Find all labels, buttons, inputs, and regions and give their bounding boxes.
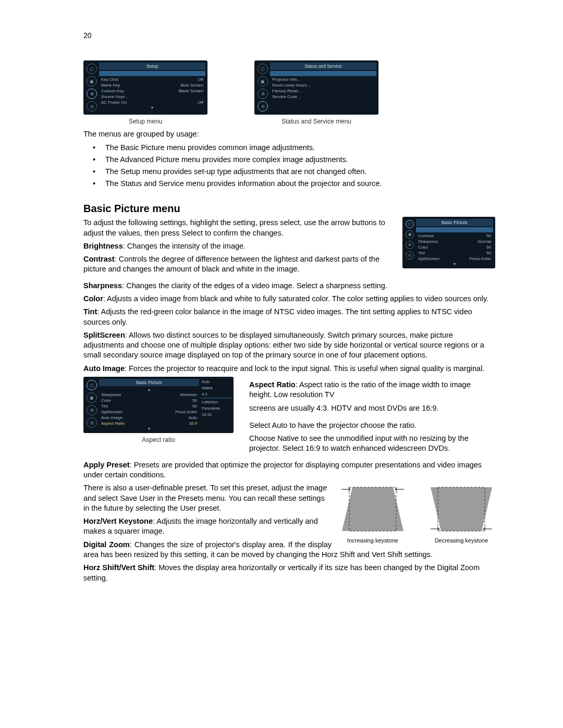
status-icon: ◎: [406, 251, 414, 260]
status-menu-image: ▢ ▣ ⚙ ◎ Status and Service Projector Inf…: [254, 60, 378, 115]
advanced-picture-icon: ▣: [87, 76, 97, 87]
advanced-picture-icon: ▣: [406, 230, 414, 239]
basic-picture-icon: ▢: [258, 64, 268, 74]
list-item: The Basic Picture menu provides common i…: [93, 142, 495, 153]
list-item: The Advanced Picture menu provides more …: [93, 154, 495, 165]
def-tint: Tint: Adjusts the red-green color balanc…: [83, 307, 495, 327]
svg-marker-4: [431, 487, 492, 531]
setup-icon: ⚙: [406, 241, 414, 249]
basic-picture-icon: ▢: [87, 380, 97, 390]
menu-title: Status and Service: [270, 63, 376, 70]
aspect-ratio-menu-image: ▢ ▣ ⚙ ◎ Basic Picture ▴ SharpnessMinimum…: [83, 377, 234, 433]
aspect-text-4: Choose Native to see the unmodified inpu…: [249, 434, 495, 454]
usage-bullets: The Basic Picture menu provides common i…: [83, 142, 495, 189]
setup-icon: ⚙: [258, 89, 268, 99]
aspect-options: Auto Native 4:3 Letterbox Panorama 16:10: [200, 379, 231, 431]
def-apply-preset: Apply Preset: Presets are provided that …: [83, 460, 495, 480]
status-icon: ◎: [258, 101, 268, 112]
basic-picture-icon: ▢: [87, 64, 97, 74]
section-heading: Basic Picture menu: [83, 203, 495, 215]
decreasing-keystone-icon: [427, 483, 495, 535]
def-shift: Horz Shift/Vert Shift: Moves the display…: [83, 563, 495, 583]
increasing-keystone-icon: [339, 483, 407, 535]
list-item: The Setup menu provides set-up type adju…: [93, 166, 495, 177]
aspect-ratio-block: ▢ ▣ ⚙ ◎ Basic Picture ▴ SharpnessMinimum…: [83, 377, 495, 457]
def-aspect: Aspect Ratio: Aspect ratio is the ratio …: [249, 380, 495, 400]
status-icon: ◎: [87, 101, 97, 112]
intro-text: The menus are grouped by usage:: [83, 129, 495, 139]
menu-title: Setup: [99, 63, 205, 70]
inc-keystone-caption: Increasing keystone: [347, 537, 398, 544]
setup-icon: ⚙: [87, 89, 97, 99]
setup-menu-image: ▢ ▣ ⚙ ◎ Setup Key ClickOff Blank KeyBlue…: [83, 60, 207, 115]
manual-page: 20 ▢ ▣ ⚙ ◎ Setup Key ClickOff Blank KeyB…: [0, 0, 563, 618]
svg-marker-0: [342, 487, 403, 531]
dec-keystone-caption: Decreasing keystone: [435, 537, 488, 544]
keystone-diagrams: Increasing keystone Decreasing keystone: [339, 483, 495, 544]
def-autoimage: Auto Image: Forces the projector to reac…: [83, 364, 495, 374]
aspect-text-2: screens are usually 4:3. HDTV and most D…: [249, 403, 495, 413]
def-color: Color: Adjusts a video image from black …: [83, 294, 495, 304]
aspect-menu-caption: Aspect ratio: [142, 436, 175, 443]
basic-picture-menu-image: ▢ ▣ ⚙ ◎ Basic Picture Contrast50 Sharpne…: [402, 217, 495, 268]
aspect-text-3: Select Auto to have the projector choose…: [249, 421, 495, 430]
status-icon: ◎: [87, 417, 97, 428]
setup-menu-caption: Setup menu: [129, 118, 163, 125]
menu-highlight: [99, 71, 205, 76]
menu-screenshots-row: ▢ ▣ ⚙ ◎ Setup Key ClickOff Blank KeyBlue…: [83, 60, 495, 125]
advanced-picture-icon: ▣: [258, 76, 268, 87]
def-sharpness: Sharpness: Changes the clarity of the ed…: [83, 281, 495, 291]
list-item: The Status and Service menu provides inf…: [93, 178, 495, 189]
def-splitscreen: SplitScreen: Allows two distinct sources…: [83, 330, 495, 361]
status-menu-caption: Status and Service menu: [282, 118, 351, 125]
basic-picture-icon: ▢: [406, 220, 414, 228]
page-number: 20: [83, 31, 495, 40]
advanced-picture-icon: ▣: [87, 392, 97, 403]
scroll-indicator-icon: ▾: [99, 105, 205, 110]
setup-icon: ⚙: [87, 405, 97, 415]
